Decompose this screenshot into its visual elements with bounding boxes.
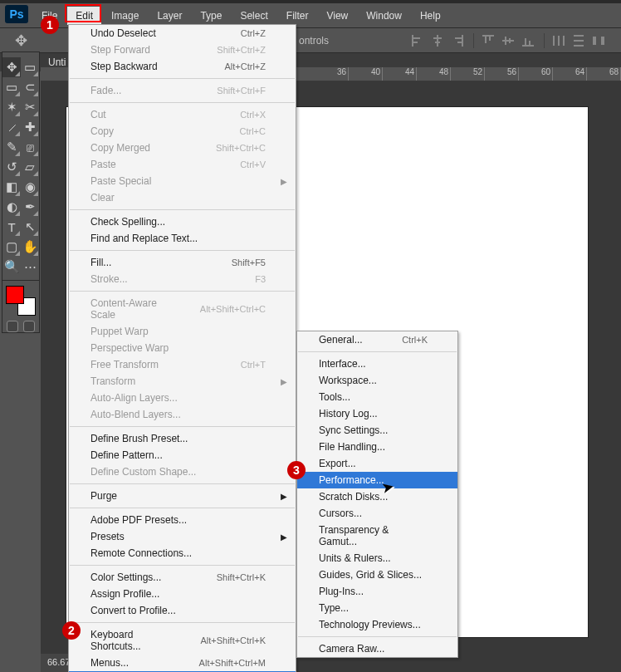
edit-item-define-brush-preset[interactable]: Define Brush Preset... xyxy=(69,430,296,447)
edit-item-remote-connections[interactable]: Remote Connections... xyxy=(69,545,296,562)
menu-shortcut: Ctrl+T xyxy=(216,360,266,370)
prefs-item-export[interactable]: Export... xyxy=(297,455,457,472)
align-top-icon[interactable] xyxy=(481,33,496,48)
distribute-v-icon[interactable] xyxy=(571,33,586,48)
menu-shortcut: Shift+Ctrl+F xyxy=(192,86,266,96)
wand-tool[interactable]: ✶ xyxy=(2,97,21,117)
menu-layer[interactable]: Layer xyxy=(149,7,190,25)
prefs-item-sync-settings[interactable]: Sync Settings... xyxy=(297,422,457,439)
prefs-item-general[interactable]: General...Ctrl+K xyxy=(297,331,457,348)
menu-shortcut: Ctrl+V xyxy=(215,159,266,169)
gradient-tool[interactable]: ◧ xyxy=(2,177,21,197)
eraser-tool[interactable]: ▱ xyxy=(21,157,39,177)
edit-item-presets[interactable]: Presets▶ xyxy=(69,528,296,545)
move-tool-icon: ✥ xyxy=(15,32,27,50)
blur-tool[interactable]: ◉ xyxy=(21,177,39,197)
edit-item-check-spelling[interactable]: Check Spelling... xyxy=(69,213,296,230)
edit-item-step-backward[interactable]: Step BackwardAlt+Ctrl+Z xyxy=(69,58,296,75)
menu-item-label: Units & Rulers... xyxy=(319,552,391,564)
prefs-item-plug-ins[interactable]: Plug-Ins... xyxy=(297,583,457,600)
edit-item-perspective-warp: Perspective Warp xyxy=(69,340,296,356)
marquee-tool[interactable]: ▭ xyxy=(2,77,21,97)
menu-item-label: Perspective Warp xyxy=(90,342,169,354)
menu-edit[interactable]: Edit xyxy=(67,7,101,25)
edit-item-find-and-replace-text[interactable]: Find and Replace Text... xyxy=(69,230,296,247)
distribute-spacing-icon[interactable] xyxy=(591,33,606,48)
submenu-arrow-icon: ▶ xyxy=(281,177,287,186)
prefs-item-history-log[interactable]: History Log... xyxy=(297,405,457,422)
heal-tool[interactable]: ✚ xyxy=(21,117,39,137)
edit-item-purge[interactable]: Purge▶ xyxy=(69,488,296,504)
prefs-item-type[interactable]: Type... xyxy=(297,600,457,616)
zoom-tool[interactable]: 🔍 xyxy=(2,257,21,277)
align-hcenter-icon[interactable] xyxy=(430,33,445,48)
align-left-icon[interactable] xyxy=(410,33,425,48)
color-swatches[interactable] xyxy=(4,284,37,317)
brush-tool[interactable]: ✎ xyxy=(2,137,21,157)
menu-item-label: Check Spelling... xyxy=(90,216,165,228)
menu-select[interactable]: Select xyxy=(232,7,276,25)
menu-item-label: Clear xyxy=(90,192,115,204)
edit-item-convert-to-profile[interactable]: Convert to Profile... xyxy=(69,602,296,619)
edit-item-adobe-pdf-presets[interactable]: Adobe PDF Presets... xyxy=(69,512,296,528)
ruler-tick: 36 xyxy=(315,67,349,81)
prefs-item-tools[interactable]: Tools... xyxy=(297,389,457,405)
crop-tool[interactable]: ✂ xyxy=(21,97,39,117)
align-vcenter-icon[interactable] xyxy=(501,33,516,48)
stamp-tool[interactable]: ⎚ xyxy=(21,137,39,157)
ruler-tick: 48 xyxy=(417,67,451,81)
prefs-item-camera-raw[interactable]: Camera Raw... xyxy=(297,640,457,657)
menu-filter[interactable]: Filter xyxy=(278,7,317,25)
align-right-icon[interactable] xyxy=(450,33,465,48)
prefs-item-workspace[interactable]: Workspace... xyxy=(297,372,457,389)
prefs-item-transparency-gamut[interactable]: Transparency & Gamut... xyxy=(297,522,457,550)
menu-item-label: Tools... xyxy=(319,391,350,403)
hand-tool[interactable]: ✋ xyxy=(21,237,39,257)
prefs-item-file-handling[interactable]: File Handling... xyxy=(297,439,457,455)
prefs-item-interface[interactable]: Interface... xyxy=(297,356,457,372)
edit-item-fill[interactable]: Fill...Shift+F5 xyxy=(69,254,296,271)
history-brush-tool[interactable]: ↺ xyxy=(2,157,21,177)
edit-item-assign-profile[interactable]: Assign Profile... xyxy=(69,586,296,602)
menu-image[interactable]: Image xyxy=(103,7,147,25)
path-tool[interactable]: ↖ xyxy=(21,217,39,237)
pen-tool[interactable]: ✒ xyxy=(21,197,39,217)
prefs-item-scratch-disks[interactable]: Scratch Disks... xyxy=(297,488,457,505)
prefs-item-units-rulers[interactable]: Units & Rulers... xyxy=(297,550,457,567)
edit-item-keyboard-shortcuts[interactable]: Keyboard Shortcuts...Alt+Shift+Ctrl+K xyxy=(69,626,296,655)
artboard-tool[interactable]: ▭ xyxy=(21,57,39,77)
edit-item-puppet-warp: Puppet Warp xyxy=(69,323,296,340)
edit-item-menus[interactable]: Menus...Alt+Shift+Ctrl+M xyxy=(69,655,296,671)
menu-help[interactable]: Help xyxy=(412,7,449,25)
edit-item-clear: Clear xyxy=(69,189,296,206)
edit-dropdown: Undo DeselectCtrl+ZStep ForwardShift+Ctr… xyxy=(68,24,296,672)
menu-item-label: Step Backward xyxy=(90,61,158,72)
align-bottom-icon[interactable] xyxy=(521,33,535,48)
menu-view[interactable]: View xyxy=(318,7,356,25)
move-tool[interactable]: ✥ xyxy=(2,57,21,77)
edit-item-define-pattern[interactable]: Define Pattern... xyxy=(69,447,296,464)
edit-item-color-settings[interactable]: Color Settings...Shift+Ctrl+K xyxy=(69,569,296,586)
edit-toolbar[interactable]: ⋯ xyxy=(21,257,39,277)
fg-color-swatch[interactable] xyxy=(6,286,24,304)
options-label: ontrols xyxy=(299,35,329,47)
screen-mode-icon[interactable] xyxy=(23,321,35,332)
eyedropper-tool[interactable]: ⟋ xyxy=(2,117,21,137)
menu-item-label: Stroke... xyxy=(90,273,128,285)
menu-item-label: Define Brush Preset... xyxy=(90,433,188,444)
menu-shortcut: Shift+Ctrl+K xyxy=(192,572,266,582)
prefs-item-cursors[interactable]: Cursors... xyxy=(297,505,457,522)
distribute-h-icon[interactable] xyxy=(551,33,566,48)
type-tool[interactable]: T xyxy=(2,217,21,237)
lasso-tool[interactable]: ⊂ xyxy=(21,77,39,97)
quick-mask-icon[interactable] xyxy=(7,321,18,332)
ruler-tick: 60 xyxy=(519,67,553,81)
shape-tool[interactable]: ▢ xyxy=(2,237,21,257)
prefs-item-technology-previews[interactable]: Technology Previews... xyxy=(297,616,457,633)
dodge-tool[interactable]: ◐ xyxy=(2,197,21,217)
prefs-item-performance[interactable]: Performance... xyxy=(297,472,457,488)
menu-window[interactable]: Window xyxy=(358,7,410,25)
edit-item-undo-deselect[interactable]: Undo DeselectCtrl+Z xyxy=(69,25,296,42)
prefs-item-guides-grid-slices[interactable]: Guides, Grid & Slices... xyxy=(297,567,457,583)
menu-type[interactable]: Type xyxy=(192,7,230,25)
